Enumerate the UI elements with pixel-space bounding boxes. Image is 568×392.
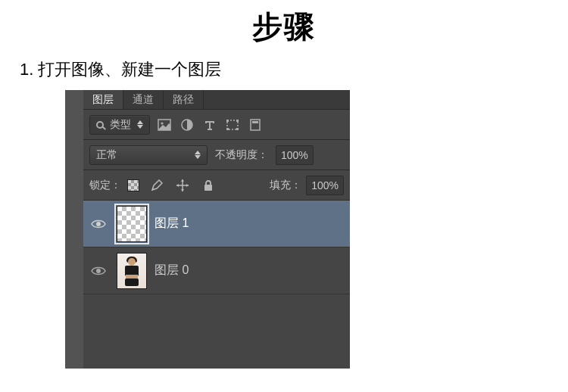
layers-list: 图层 1 图层 [83,201,350,294]
fill-label: 填充： [270,179,301,192]
layer-thumbnail[interactable] [117,206,147,242]
opacity-input[interactable]: 100% [276,145,314,165]
search-icon [96,121,104,129]
layer-row-1[interactable]: 图层 1 [83,201,350,247]
page-title: 步骤 [0,0,568,48]
blend-row: 正常 不透明度： 100% [83,140,350,170]
tab-layers[interactable]: 图层 [83,90,123,109]
visibility-toggle[interactable] [88,266,109,276]
tab-channels[interactable]: 通道 [123,90,164,109]
lock-pixels-icon[interactable] [148,177,165,194]
opacity-value: 100% [281,149,308,161]
svg-rect-10 [204,185,212,191]
image-thumbnail [117,254,146,288]
lock-icons-group [127,177,217,194]
lock-label: 锁定： [89,179,121,192]
svg-point-11 [96,222,101,226]
screenshot-frame: 图层 通道 路径 类型 [65,90,350,369]
lock-transparent-icon[interactable] [127,179,139,191]
svg-rect-9 [252,121,258,123]
svg-rect-5 [236,120,239,122]
kind-filter-select[interactable]: 类型 [89,115,150,135]
filter-adjustment-icon[interactable] [179,117,195,133]
fill-input[interactable]: 100% [306,176,344,195]
blend-mode-select[interactable]: 正常 [89,145,208,165]
filter-smartobject-icon[interactable] [247,117,264,133]
filter-shape-icon[interactable] [224,117,241,133]
svg-rect-7 [236,128,239,130]
kind-filter-label: 类型 [110,118,131,132]
svg-point-12 [96,269,101,273]
fill-value: 100% [311,179,339,191]
svg-rect-3 [227,120,238,129]
svg-point-1 [161,122,163,124]
lock-position-icon[interactable] [174,177,191,194]
blend-mode-value: 正常 [96,148,117,162]
layer-name[interactable]: 图层 1 [154,216,189,232]
opacity-label: 不透明度： [215,148,268,162]
svg-rect-4 [226,120,229,122]
filter-pixel-icon[interactable] [156,117,173,133]
layer-thumbnail[interactable] [117,253,147,289]
filter-type-icon[interactable] [201,117,218,133]
dropdown-arrows-icon [137,120,143,129]
layers-panel: 图层 通道 路径 类型 [83,90,350,369]
svg-rect-6 [226,128,229,130]
step-1-text: 1. 打开图像、新建一个图层 [20,58,568,81]
filter-row: 类型 [83,110,350,140]
transparency-checker-icon [117,207,146,241]
layer-name[interactable]: 图层 0 [154,263,189,278]
tab-paths[interactable]: 路径 [164,90,204,109]
dropdown-arrows-icon [195,151,201,159]
lock-all-icon[interactable] [200,177,217,194]
visibility-toggle[interactable] [88,219,109,229]
panel-tabs: 图层 通道 路径 [83,90,350,110]
lock-row: 锁定： 填充： 100% [83,170,350,201]
layer-row-0[interactable]: 图层 0 [83,247,350,294]
